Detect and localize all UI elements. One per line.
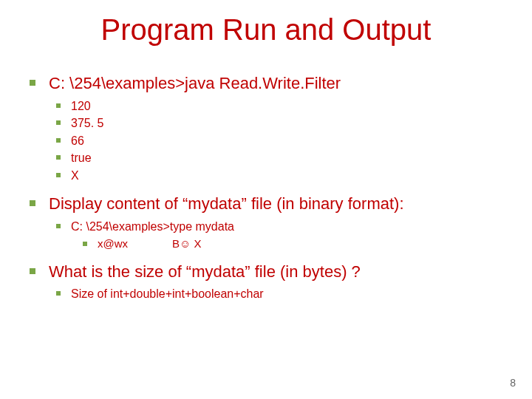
slide: Program Run and Output C: \254\examples>…: [0, 0, 532, 399]
output-text: 375. 5: [71, 115, 103, 132]
bullet-text: C: \254\examples>java Read.Write.Filter: [49, 73, 502, 94]
binary-part-a: x@wx: [98, 237, 128, 250]
bullet-text: What is the size of “mydata” file (in by…: [49, 262, 502, 282]
output-line: 375. 5: [56, 115, 502, 132]
output-text: X: [71, 168, 79, 184]
output-text: true: [71, 150, 92, 166]
output-text: 120: [71, 98, 91, 115]
bullet-icon: [56, 224, 61, 228]
bullet-icon: [56, 291, 61, 296]
output-text: 66: [71, 133, 84, 149]
answer-text: Size of int+double+int+boolean+char: [71, 286, 264, 302]
binary-output: x@wxB☺ X: [83, 236, 502, 251]
type-command-text: C: \254\examples>type mydata: [71, 219, 234, 235]
binary-output-text: x@wxB☺ X: [98, 236, 202, 251]
bullet-icon: [30, 200, 35, 206]
output-line: X: [56, 168, 502, 184]
bullet-display-content: Display content of “mydata” file (in bin…: [30, 194, 502, 214]
type-command: C: \254\examples>type mydata: [56, 219, 502, 235]
bullet-icon: [30, 268, 35, 274]
binary-part-b: B☺ X: [172, 237, 202, 250]
bullet-icon: [56, 173, 61, 177]
output-line: true: [56, 150, 502, 166]
bullet-icon: [56, 155, 61, 160]
bullet-icon: [56, 138, 61, 143]
bullet-question-size: What is the size of “mydata” file (in by…: [30, 262, 502, 282]
answer-size: Size of int+double+int+boolean+char: [56, 286, 502, 302]
output-line: 66: [56, 133, 502, 149]
bullet-text: Display content of “mydata” file (in bin…: [49, 194, 502, 214]
bullet-icon: [30, 80, 35, 86]
bullet-icon: [83, 242, 87, 246]
slide-title: Program Run and Output: [30, 13, 502, 47]
bullet-icon: [56, 103, 61, 108]
bullet-icon: [56, 120, 61, 125]
page-number: 8: [510, 377, 516, 389]
output-line: 120: [56, 98, 502, 115]
bullet-run-command: C: \254\examples>java Read.Write.Filter: [30, 73, 502, 94]
